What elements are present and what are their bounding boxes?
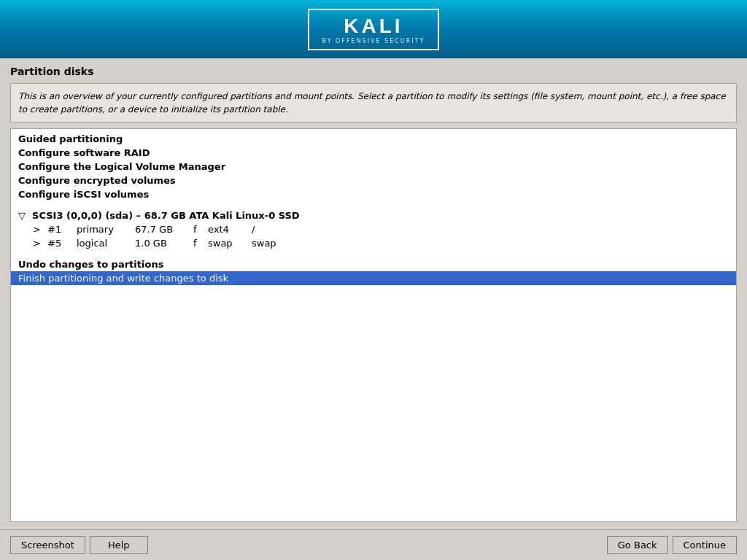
list-item-guided[interactable]: Guided partitioning (11, 132, 736, 146)
list-item-disk-header[interactable]: ▽ SCSI3 (0,0,0) (sda) – 68.7 GB ATA Kali… (11, 209, 736, 222)
kali-logo-text: KALI (322, 15, 425, 38)
main-content: Partition disks This is an overview of y… (0, 58, 747, 529)
list-item-encrypted[interactable]: Configure encrypted volumes (11, 174, 736, 187)
description-box: This is an overview of your currently co… (10, 83, 737, 122)
list-item-lvm[interactable]: Configure the Logical Volume Manager (11, 160, 736, 174)
header: KALI BY OFFENSIVE SECURITY (0, 0, 747, 58)
partition-list[interactable]: Guided partitioning Configure software R… (10, 128, 737, 522)
list-item-undo[interactable]: Undo changes to partitions (11, 257, 736, 271)
list-item-partition-5[interactable]: > #5 logical 1.0 GB f swap swap (11, 236, 736, 250)
footer-right: Go Back Continue (607, 536, 737, 554)
list-item-iscsi[interactable]: Configure iSCSI volumes (11, 187, 736, 201)
page-title: Partition disks (10, 66, 737, 77)
continue-button[interactable]: Continue (673, 536, 737, 554)
list-item-partition-1[interactable]: > #1 primary 67.7 GB f ext4 / (11, 222, 736, 236)
footer-left: Screenshot Help (10, 536, 148, 554)
footer: Screenshot Help Go Back Continue (0, 529, 747, 560)
go-back-button[interactable]: Go Back (607, 536, 668, 554)
help-button[interactable]: Help (90, 536, 148, 554)
list-item-software-raid[interactable]: Configure software RAID (11, 146, 736, 160)
list-item-finish[interactable]: Finish partitioning and write changes to… (11, 271, 736, 285)
screenshot-button[interactable]: Screenshot (10, 536, 85, 554)
kali-logo: KALI BY OFFENSIVE SECURITY (308, 9, 440, 50)
kali-logo-sub: BY OFFENSIVE SECURITY (322, 38, 425, 44)
